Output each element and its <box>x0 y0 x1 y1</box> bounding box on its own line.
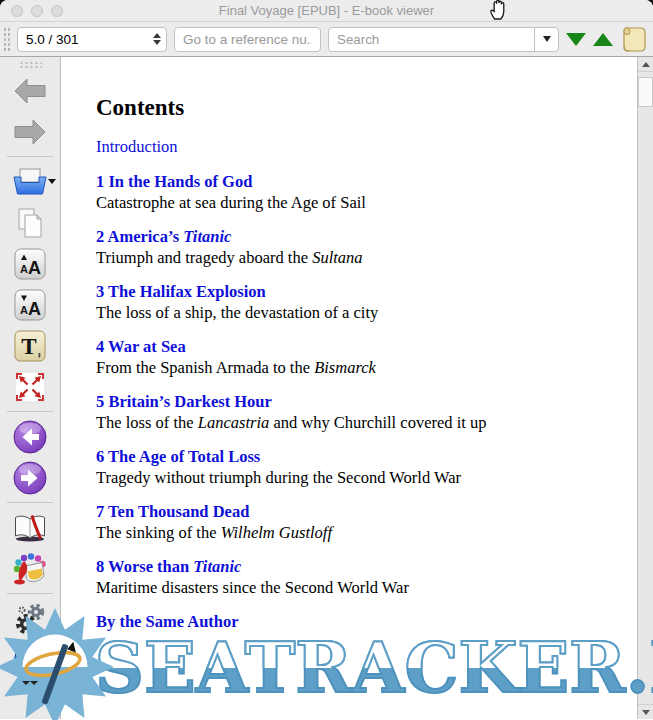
scroll-down-icon <box>642 710 650 715</box>
toolbar: 5.0 / 301 <box>0 22 653 57</box>
zoom-window-button[interactable] <box>51 5 63 17</box>
toc-link-introduction[interactable]: Introduction <box>96 137 178 156</box>
chapter-description: Catastrophe at sea during the Age of Sai… <box>96 192 619 213</box>
back-icon <box>13 77 47 105</box>
chapter-description: The loss of a ship, the devastation of a… <box>96 302 619 323</box>
toc-button[interactable] <box>620 25 646 53</box>
chapter-description: From the Spanish Armada to the Bismarck <box>96 357 619 378</box>
search-history-dropdown-button[interactable] <box>534 28 558 51</box>
chevron-down-icon <box>543 36 551 42</box>
spin-up-icon[interactable] <box>153 33 161 38</box>
chapter-link[interactable]: 1 In the Hands of God <box>96 171 619 192</box>
copy-icon <box>14 207 46 239</box>
title-bar: Final Voyage [EPUB] - E-book viewer <box>0 0 653 22</box>
vertical-scrollbar[interactable] <box>637 57 653 719</box>
open-ebook-dropdown-icon[interactable] <box>48 179 56 184</box>
sidebar-separator <box>7 411 53 412</box>
find-next-button[interactable] <box>566 33 586 46</box>
chapter-link[interactable]: 6 The Age of Total Loss <box>96 446 619 467</box>
find-previous-button[interactable] <box>593 33 613 46</box>
toc-entry: 2 America’s TitanicTriumph and tragedy a… <box>96 226 619 268</box>
font-family-button[interactable]: T <box>8 327 52 364</box>
goto-reference-input[interactable] <box>174 27 321 52</box>
toc-entry: 4 War at SeaFrom the Spanish Armada to t… <box>96 336 619 378</box>
starburst-icon <box>0 606 116 720</box>
spinner-buttons[interactable] <box>153 33 161 45</box>
more-items-chevron-icon <box>22 681 30 702</box>
chapter-link[interactable]: 8 Worse than Titanic <box>96 556 619 577</box>
font-size-smaller-icon: A A <box>14 289 46 321</box>
toolbar-grip-handle[interactable] <box>2 26 10 52</box>
page-position-spinbox[interactable]: 5.0 / 301 <box>17 27 167 52</box>
chapter-description: The sinking of the Wilhelm Gustloff <box>96 522 619 543</box>
back-button[interactable] <box>8 72 52 109</box>
chapter-link[interactable]: 2 America’s Titanic <box>96 226 619 247</box>
svg-text:A: A <box>20 263 28 275</box>
sidebar-separator <box>7 593 53 594</box>
scroll-up-button[interactable] <box>638 57 653 72</box>
font-size-smaller-button[interactable]: A A <box>8 286 52 323</box>
chapter-link[interactable]: 5 Britain’s Darkest Hour <box>96 391 619 412</box>
toc-entry: 7 Ten Thousand DeadThe sinking of the Wi… <box>96 501 619 543</box>
chapter-description: The loss of the Lancastria and why Churc… <box>96 412 619 433</box>
chapter-link[interactable]: 3 The Halifax Explosion <box>96 281 619 302</box>
page-position-value: 5.0 / 301 <box>26 32 79 47</box>
sidebar-separator <box>7 156 53 157</box>
bookmark-button[interactable] <box>8 509 52 546</box>
svg-text:A: A <box>28 258 41 278</box>
open-hand-cursor <box>487 0 510 25</box>
table-of-contents-scroll-icon <box>620 25 646 53</box>
theme-colors-button[interactable] <box>8 550 52 587</box>
minimize-window-button[interactable] <box>31 5 43 17</box>
bookmark-icon <box>12 513 48 543</box>
chapter-description: Triumph and tragedy aboard the Sultana <box>96 247 619 268</box>
toc-entry: 3 The Halifax ExplosionThe loss of a shi… <box>96 281 619 323</box>
fullscreen-icon <box>14 371 46 403</box>
svg-text:T: T <box>21 334 36 359</box>
sidebar-separator <box>7 502 53 503</box>
font-size-larger-button[interactable]: A A <box>8 245 52 282</box>
close-window-button[interactable] <box>11 5 23 17</box>
chapter-link[interactable]: 7 Ten Thousand Dead <box>96 501 619 522</box>
watermark-star-logo <box>0 606 116 720</box>
chapter-description: Tragedy without triumph during the Secon… <box>96 467 619 488</box>
next-section-icon <box>12 460 48 496</box>
open-ebook-icon <box>12 167 48 197</box>
previous-section-button[interactable] <box>8 418 52 455</box>
previous-section-icon <box>12 419 48 455</box>
fullscreen-button[interactable] <box>8 368 52 405</box>
window-title: Final Voyage [EPUB] - E-book viewer <box>219 3 434 18</box>
chapter-description: Maritime disasters since the Second Worl… <box>96 577 619 598</box>
toc-entry: 8 Worse than TitanicMaritime disasters s… <box>96 556 619 598</box>
font-size-larger-icon: A A <box>14 248 46 280</box>
find-next-icon <box>566 33 586 46</box>
svg-text:A: A <box>28 299 41 319</box>
scrollbar-thumb[interactable] <box>638 77 653 107</box>
font-family-icon: T <box>14 330 46 362</box>
ebook-page: Contents Introduction 1 In the Hands of … <box>61 57 637 719</box>
spin-down-icon[interactable] <box>153 40 161 45</box>
scroll-up-icon <box>642 62 650 67</box>
forward-icon <box>13 118 47 146</box>
sidebar-overflow-button[interactable] <box>22 685 38 703</box>
chapter-link[interactable]: 4 War at Sea <box>96 336 619 357</box>
ebook-viewer-window: Final Voyage [EPUB] - E-book viewer 5.0 … <box>0 0 653 720</box>
search-field[interactable] <box>328 27 559 52</box>
next-section-button[interactable] <box>8 459 52 496</box>
forward-button[interactable] <box>8 113 52 150</box>
sidebar-grip-handle[interactable] <box>18 60 42 68</box>
svg-text:A: A <box>20 304 28 316</box>
copy-button[interactable] <box>8 204 52 241</box>
traffic-lights <box>11 5 63 17</box>
page-title: Contents <box>96 95 619 121</box>
toc-entry: 1 In the Hands of GodCatastrophe at sea … <box>96 171 619 213</box>
search-input[interactable] <box>329 28 534 51</box>
toc-entry: 6 The Age of Total LossTragedy without t… <box>96 446 619 488</box>
find-previous-icon <box>593 33 613 46</box>
theme-colors-icon <box>12 552 48 586</box>
more-items-chevron-icon <box>30 681 38 702</box>
toc-list: 1 In the Hands of GodCatastrophe at sea … <box>96 171 619 598</box>
open-ebook-button[interactable] <box>8 163 52 200</box>
toc-entry: 5 Britain’s Darkest HourThe loss of the … <box>96 391 619 433</box>
